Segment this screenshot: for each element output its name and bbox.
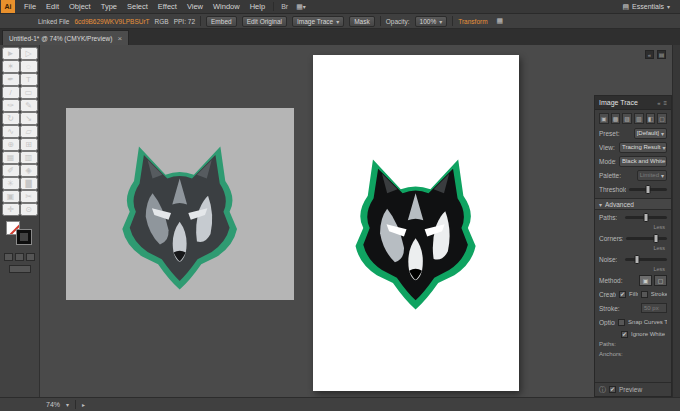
menu-item[interactable]: Object [64,2,96,11]
trace-preset-low-color[interactable]: ▨ [622,113,632,124]
mode-select[interactable]: Black and White ▾ [619,156,667,167]
advanced-section-header[interactable]: ▾ Advanced [595,198,671,210]
menu-item[interactable]: View [182,2,208,11]
trace-preset-auto-color[interactable]: ▣ [599,113,609,124]
slider-thumb[interactable] [653,234,658,243]
tool-eyedropper[interactable]: ✐ [2,164,20,177]
tool-column-graph[interactable]: ▇ [20,177,38,190]
arrange-documents-icon[interactable]: ▦▾ [292,3,310,11]
draw-inside-button[interactable] [26,253,35,261]
tool-hand[interactable]: ✛ [2,203,20,216]
menu-item[interactable]: Type [96,2,122,11]
preset-select[interactable]: [Default] ▾ [634,128,667,139]
linked-file-name[interactable]: 6cd9B629WKV9LPBSUrT [74,18,149,25]
tool-mesh[interactable]: ▦ [2,151,20,164]
image-trace-dropdown-button[interactable]: Image Trace ▾ [292,16,344,27]
strokes-checkbox[interactable] [641,291,648,298]
close-icon[interactable]: × [117,34,122,43]
menu-item[interactable]: Window [208,2,245,11]
ignore-white-checkbox[interactable]: ✓ [621,331,628,338]
menu-list: FileEditObjectTypeSelectEffectViewWindow… [19,2,270,11]
slider-thumb[interactable] [646,185,651,194]
corners-slider[interactable] [626,237,667,240]
collapse-panels-icon[interactable]: « [645,50,654,59]
transform-link[interactable]: Transform [458,18,487,25]
placed-image[interactable] [66,108,294,300]
noise-slider[interactable] [625,258,667,261]
slider-thumb[interactable] [644,213,649,222]
caret-right-icon[interactable]: ▸ [82,401,85,408]
draw-behind-button[interactable] [15,253,24,261]
tool-symbol-sprayer[interactable]: ✳ [2,177,20,190]
panel-dock-strip[interactable] [672,45,680,397]
preview-checkbox[interactable]: ✓ [609,386,616,393]
opacity-dropdown[interactable]: 100% ▾ [415,16,448,27]
caret-down-icon: ▾ [66,401,69,408]
menu-item[interactable]: File [19,2,41,11]
tool-slice[interactable]: ✂ [20,190,38,203]
document-tab[interactable]: Untitled-1* @ 74% (CMYK/Preview) × [2,30,129,45]
tool-zoom[interactable]: ⊙ [20,203,38,216]
tool-perspective-grid[interactable]: ⊞ [20,138,38,151]
tool-width[interactable]: ∿ [2,125,20,138]
zoom-level[interactable]: 74% [46,401,60,408]
stroke-color-swatch[interactable] [17,230,31,244]
app-logo[interactable]: Ai [1,0,15,13]
linked-file-label: Linked File [38,18,69,25]
canvas[interactable]: « ▤ [40,45,672,397]
embed-button[interactable]: Embed [206,16,237,27]
tool-direct-selection[interactable]: ▷ [20,47,38,60]
tool-magic-wand[interactable]: ✶ [2,60,20,73]
screen-mode-button[interactable] [9,265,31,273]
method-row: Method: ▣ ▢ [595,273,671,287]
tool-scale[interactable]: ↘ [20,112,38,125]
image-trace-label: Image Trace [297,18,333,25]
trace-preset-black-white[interactable]: ◧ [646,113,656,124]
panel-menu-icon[interactable]: ≡ [663,100,667,106]
align-options-icon[interactable]: ▦ [493,17,508,25]
menu-item[interactable]: Select [122,2,153,11]
mask-button[interactable]: Mask [349,16,375,27]
workspace-switcher[interactable]: ▤ Essentials ▾ [622,3,670,11]
method-overlapping-button[interactable]: ▢ [654,275,667,286]
tool-selection[interactable]: ► [2,47,20,60]
panel-list-icon[interactable]: ▤ [657,50,666,59]
tool-pencil[interactable]: ✎ [20,99,38,112]
tool-rotate[interactable]: ↻ [2,112,20,125]
trace-preset-grayscale[interactable]: ▥ [634,113,644,124]
tool-lasso[interactable]: ◌ [20,60,38,73]
tool-artboard[interactable]: ▣ [2,190,20,203]
artboard[interactable] [313,55,519,391]
panel-header[interactable]: Image Trace « ≡ [595,96,671,110]
fills-checkbox[interactable]: ✓ [619,291,626,298]
tool-gradient[interactable]: ▥ [20,151,38,164]
bridge-icon[interactable]: Br [277,3,292,10]
slider-thumb[interactable] [634,255,639,264]
floating-panel-icons: « ▤ [645,50,666,59]
tool-shape-builder[interactable]: ⊕ [2,138,20,151]
snap-curves-checkbox[interactable] [618,319,625,326]
tool-type[interactable]: T [20,73,38,86]
tool-free-transform[interactable]: ▱ [20,125,38,138]
paths-slider[interactable] [625,216,667,219]
preview-label: Preview [619,386,642,393]
wolf-logo-traced[interactable] [351,157,480,312]
trace-preset-high-color[interactable]: ▩ [611,113,621,124]
menu-item[interactable]: Effect [153,2,182,11]
method-abutting-button[interactable]: ▣ [639,275,652,286]
menu-item[interactable]: Edit [41,2,64,11]
edit-original-button[interactable]: Edit Original [242,16,287,27]
menu-item[interactable]: Help [245,2,270,11]
draw-normal-button[interactable] [4,253,13,261]
tool-paintbrush[interactable]: ✑ [2,99,20,112]
threshold-slider[interactable] [629,188,667,191]
tool-line[interactable]: / [2,86,20,99]
trace-preset-outline[interactable]: ▢ [657,113,667,124]
view-select[interactable]: Tracing Result ▾ [619,142,667,153]
wolf-logo-original[interactable] [118,144,241,292]
tool-rectangle[interactable]: ▭ [20,86,38,99]
paths-label: Paths: [599,214,617,221]
collapse-panel-icon[interactable]: « [657,100,660,106]
tool-blend[interactable]: ◈ [20,164,38,177]
tool-pen[interactable]: ✒ [2,73,20,86]
